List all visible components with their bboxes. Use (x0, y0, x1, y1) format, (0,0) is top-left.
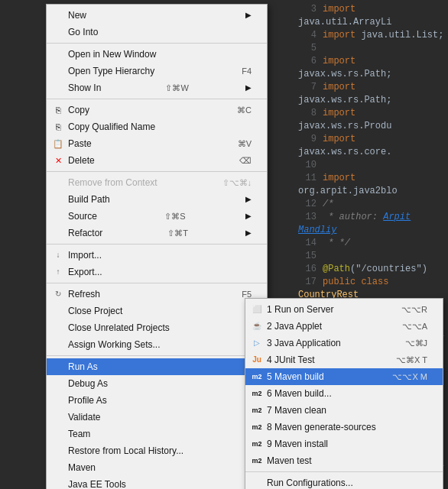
separator-4 (47, 244, 267, 244)
menu-item-paste[interactable]: 📋 Paste ⌘V (47, 135, 267, 152)
delete-icon: ✕ (51, 154, 65, 167)
remove-context-icon (51, 176, 65, 189)
maven-build-dots-icon: m2 (250, 387, 264, 400)
menu-item-open-type-hierarchy[interactable]: Open Type Hierarchy F4 (47, 63, 267, 79)
separator-1 (47, 43, 267, 44)
refactor-arrow: ▶ (238, 227, 252, 239)
maven-clean-icon: m2 (250, 404, 264, 416)
run-as-run-configurations[interactable]: Run Configurations... (245, 474, 443, 489)
menu-item-source[interactable]: Source ⇧⌘S ▶ (47, 208, 267, 225)
build-path-arrow: ▶ (238, 193, 252, 206)
menu-item-maven[interactable]: Maven ▶ (47, 459, 267, 476)
menu-item-run-as[interactable]: Run As ▶ (47, 358, 267, 375)
menu-item-refactor[interactable]: Refactor ⇧⌘T ▶ (47, 225, 267, 241)
menu-item-import[interactable]: ↓ Import... (47, 247, 267, 264)
run-as-submenu: ⬜ 1 Run on Server ⌥⌥R ☕ 2 Java Applet ⌥⌥… (245, 298, 443, 489)
server-icon: ⬜ (250, 303, 264, 316)
java-applet-icon: ☕ (250, 320, 264, 332)
separator-3 (47, 171, 267, 172)
import-icon: ↓ (51, 249, 65, 261)
show-in-arrow: ▶ (238, 82, 252, 94)
run-as-maven-test[interactable]: m2 Maven test (245, 452, 443, 469)
export-icon: ↑ (51, 266, 65, 278)
menu-item-validate[interactable]: Validate (47, 409, 267, 426)
paste-icon: 📋 (51, 138, 65, 150)
menu-item-close-unrelated[interactable]: Close Unrelated Projects (47, 319, 267, 336)
menu-item-assign-working-sets[interactable]: Assign Working Sets... (47, 336, 267, 353)
run-as-maven-clean[interactable]: m2 7 Maven clean (245, 402, 443, 419)
menu-item-show-in[interactable]: Show In ⇧⌘W ▶ (47, 79, 267, 96)
new-icon (51, 9, 65, 21)
separator-2 (47, 99, 267, 99)
copy-icon: ⎘ (51, 104, 65, 116)
separator-6 (47, 355, 267, 356)
run-as-separator (245, 471, 443, 472)
run-as-maven-build[interactable]: m2 5 Maven build ⌥⌥X M (245, 368, 443, 385)
menu-item-copy[interactable]: ⎘ Copy ⌘C (47, 102, 267, 118)
maven-build-icon: m2 (250, 371, 264, 383)
menu-item-go-into[interactable]: Go Into (47, 24, 267, 40)
refresh-icon: ↻ (51, 288, 65, 300)
go-into-icon (51, 26, 65, 38)
menu-item-restore-local-history[interactable]: Restore from Local History... (47, 442, 267, 459)
menu-item-build-path[interactable]: Build Path ▶ (47, 191, 267, 208)
menu-item-open-new-window[interactable]: Open in New Window (47, 46, 267, 63)
run-as-junit-test[interactable]: Ju 4 JUnit Test ⌥⌘X T (245, 351, 443, 368)
run-as-maven-build-dots[interactable]: m2 6 Maven build... (245, 385, 443, 402)
menu-item-export[interactable]: ↑ Export... (47, 264, 267, 280)
context-menu: New ▶ Go Into Open in New Window Open Ty… (46, 4, 268, 489)
run-as-maven-generate-sources[interactable]: m2 8 Maven generate-sources (245, 419, 443, 436)
menu-item-debug-as[interactable]: Debug As ▶ (47, 375, 267, 392)
source-arrow: ▶ (238, 210, 252, 222)
arrow-icon: ▶ (238, 9, 252, 21)
menu-item-profile-as[interactable]: Profile As ▶ (47, 392, 267, 409)
run-as-maven-install[interactable]: m2 9 Maven install (245, 436, 443, 452)
separator-5 (47, 283, 267, 283)
menu-item-copy-qualified-name[interactable]: ⎘ Copy Qualified Name (47, 118, 267, 135)
menu-item-new[interactable]: New ▶ (47, 7, 267, 24)
menu-item-remove-from-context[interactable]: Remove from Context ⇧⌥⌘↓ (47, 174, 267, 191)
menu-item-java-ee-tools[interactable]: Java EE Tools ▶ (47, 476, 267, 489)
maven-install-icon: m2 (250, 438, 264, 450)
maven-generate-icon: m2 (250, 421, 264, 433)
run-as-run-on-server[interactable]: ⬜ 1 Run on Server ⌥⌥R (245, 301, 443, 318)
menu-item-close-project[interactable]: Close Project (47, 303, 267, 319)
menu-item-delete[interactable]: ✕ Delete ⌫ (47, 152, 267, 169)
maven-test-icon: m2 (250, 455, 264, 467)
copy-qualified-icon: ⎘ (51, 121, 65, 133)
java-app-icon: ▷ (250, 337, 264, 349)
menu-item-refresh[interactable]: ↻ Refresh F5 (47, 286, 267, 303)
run-as-java-applet[interactable]: ☕ 2 Java Applet ⌥⌥A (245, 318, 443, 335)
run-as-java-application[interactable]: ▷ 3 Java Application ⌥⌘J (245, 335, 443, 351)
junit-icon: Ju (250, 354, 264, 366)
menu-item-team[interactable]: Team ▶ (47, 426, 267, 442)
